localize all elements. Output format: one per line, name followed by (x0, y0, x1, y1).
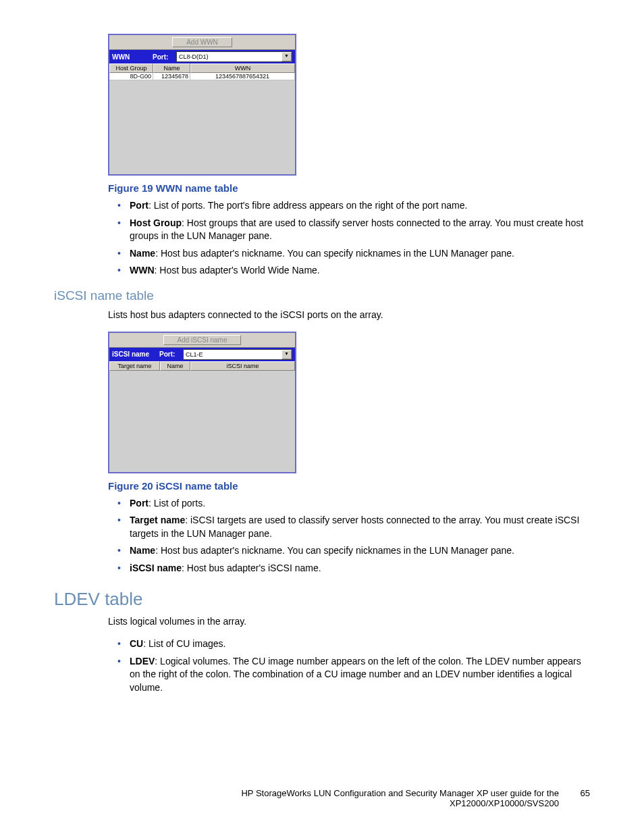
cell-name: 12345678 (153, 73, 190, 80)
iscsi-heading: iSCSI name table (54, 288, 590, 303)
list-item: Port: List of ports. The port's fibre ad… (117, 199, 590, 213)
list-item: iSCSI name: Host bus adapter's iSCSI nam… (117, 562, 590, 575)
iscsi-header-bar: iSCSI name Port: CL1-E ▼ (109, 348, 295, 361)
list-item: Name: Host bus adapter's nickname. You c… (117, 544, 590, 558)
list-item: CU: List of CU images. (117, 637, 590, 651)
list-item: Target name: iSCSI targets are used to c… (117, 514, 590, 540)
figure-19-caption: Figure 19 WWN name table (108, 182, 590, 194)
ldev-heading: LDEV table (54, 589, 590, 610)
wwn-title: WWN (112, 53, 153, 61)
page-footer: HP StorageWorks LUN Configuration and Se… (54, 788, 590, 808)
ldev-bullet-list: CU: List of CU images. LDEV: Logical vol… (117, 637, 590, 694)
iscsi-bullet-list: Port: List of ports. Target name: iSCSI … (117, 497, 590, 575)
list-item: Port: List of ports. (117, 497, 590, 511)
chevron-down-icon[interactable]: ▼ (281, 350, 292, 359)
footer-line1: HP StorageWorks LUN Configuration and Se… (241, 788, 558, 798)
port-label: Port: (153, 53, 176, 61)
iscsi-column-headers: Target name Name iSCSI name (109, 361, 295, 371)
list-item: Name: Host bus adapter's nickname. You c… (117, 247, 590, 261)
iscsi-table-body (109, 371, 295, 472)
list-item: LDEV: Logical volumes. The CU image numb… (117, 655, 590, 695)
col-name: Name (153, 63, 190, 73)
col-iscsiname: iSCSI name (190, 361, 295, 371)
col-name: Name (160, 361, 190, 371)
table-row[interactable]: 8D-G00 12345678 1234567887654321 (109, 73, 295, 80)
iscsi-screenshot: Add iSCSI name iSCSI name Port: CL1-E ▼ … (108, 332, 296, 473)
wwn-header-bar: WWN Port: CL8-D(D1) ▼ (109, 50, 295, 63)
port-label: Port: (159, 350, 183, 358)
cell-hostgroup: 8D-G00 (109, 73, 153, 80)
port-dropdown[interactable]: CL8-D(D1) ▼ (176, 51, 292, 62)
page-number: 65 (581, 788, 590, 798)
wwn-bullet-list: Port: List of ports. The port's fibre ad… (117, 199, 590, 278)
list-item: WWN: Host bus adapter's World Wide Name. (117, 264, 590, 278)
port-dropdown[interactable]: CL1-E ▼ (183, 349, 292, 360)
wwn-toolbar: Add WWN (109, 35, 295, 50)
cell-wwn: 1234567887654321 (190, 73, 295, 80)
wwn-column-headers: Host Group Name WWN (109, 63, 295, 73)
iscsi-toolbar: Add iSCSI name (109, 333, 295, 348)
add-iscsi-button[interactable]: Add iSCSI name (163, 335, 242, 345)
col-wwn: WWN (190, 63, 295, 73)
iscsi-intro: Lists host bus adapters connected to the… (108, 309, 590, 322)
col-hostgroup: Host Group (109, 63, 153, 73)
footer-line2: XP12000/XP10000/SVS200 (450, 798, 559, 808)
wwn-table-body: 8D-G00 12345678 1234567887654321 (109, 73, 295, 174)
port-value: CL1-E (186, 351, 203, 358)
wwn-screenshot: Add WWN WWN Port: CL8-D(D1) ▼ Host Group… (108, 34, 296, 176)
col-targetname: Target name (109, 361, 160, 371)
ldev-intro: Lists logical volumes in the array. (108, 615, 590, 629)
list-item: Host Group: Host groups that are used to… (117, 217, 590, 243)
iscsi-title: iSCSI name (112, 350, 159, 358)
add-wwn-button[interactable]: Add WWN (172, 37, 232, 47)
port-value: CL8-D(D1) (179, 53, 209, 60)
chevron-down-icon[interactable]: ▼ (281, 52, 292, 61)
figure-20-caption: Figure 20 iSCSI name table (108, 480, 590, 492)
